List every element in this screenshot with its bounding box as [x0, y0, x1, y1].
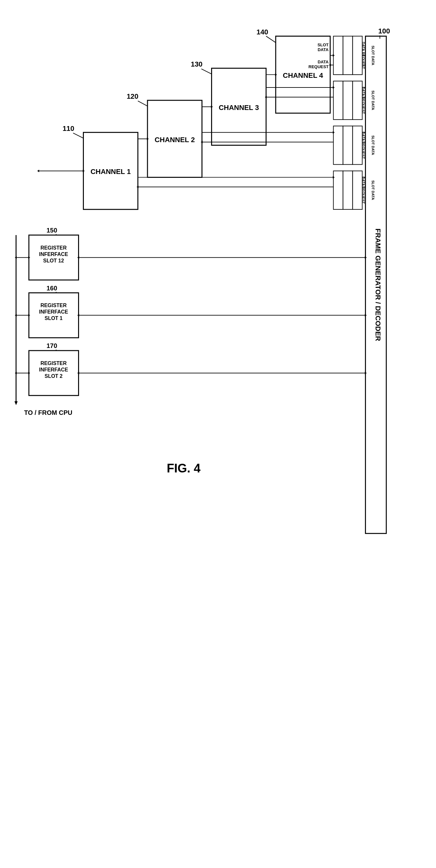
svg-marker-94 — [365, 314, 367, 316]
svg-text:FIG. 4: FIG. 4 — [167, 462, 200, 475]
svg-rect-11 — [353, 36, 362, 74]
svg-marker-14 — [333, 54, 335, 57]
svg-text:DATA REQUEST: DATA REQUEST — [362, 87, 365, 114]
svg-text:SLOT DATA: SLOT DATA — [352, 46, 356, 65]
svg-line-23 — [201, 69, 212, 74]
svg-marker-105 — [77, 372, 79, 374]
svg-rect-71 — [29, 235, 79, 280]
svg-line-40 — [138, 101, 147, 106]
svg-text:CHANNEL 4: CHANNEL 4 — [283, 71, 323, 80]
svg-marker-67 — [137, 186, 138, 188]
svg-marker-103 — [28, 372, 30, 374]
svg-rect-83 — [29, 293, 79, 338]
svg-text:150: 150 — [46, 227, 57, 234]
svg-text:140: 140 — [257, 28, 268, 36]
svg-rect-37 — [147, 100, 202, 177]
svg-text:INFERFACE: INFERFACE — [39, 251, 68, 257]
svg-text:REGISTER: REGISTER — [40, 245, 67, 250]
svg-marker-48 — [333, 131, 335, 134]
svg-text:110: 110 — [63, 124, 74, 132]
svg-text:DATA REQUEST: DATA REQUEST — [362, 177, 365, 204]
svg-marker-52 — [101, 137, 103, 140]
svg-marker-82 — [365, 256, 367, 259]
svg-marker-16 — [329, 64, 331, 66]
svg-rect-7 — [334, 36, 343, 74]
svg-text:TO / FROM CPU: TO / FROM CPU — [24, 409, 72, 416]
svg-text:REGISTER: REGISTER — [40, 361, 67, 366]
svg-text:DATA REQUEST: DATA REQUEST — [362, 131, 365, 159]
svg-rect-54 — [83, 132, 138, 209]
svg-rect-20 — [212, 68, 266, 145]
svg-marker-102 — [15, 372, 17, 374]
svg-text:SLOT DATA: SLOT DATA — [371, 135, 375, 155]
svg-marker-35 — [165, 105, 167, 108]
svg-text:DATA: DATA — [318, 47, 329, 52]
svg-marker-81 — [77, 256, 79, 259]
svg-rect-95 — [29, 350, 79, 396]
svg-marker-19 — [275, 73, 277, 76]
svg-marker-108 — [14, 401, 18, 405]
svg-text:SLOT: SLOT — [317, 42, 329, 47]
svg-rect-3 — [276, 36, 330, 113]
svg-text:100: 100 — [378, 27, 390, 35]
svg-rect-28 — [353, 81, 362, 120]
svg-text:SLOT 1: SLOT 1 — [45, 315, 63, 321]
svg-marker-90 — [15, 314, 17, 316]
svg-marker-93 — [77, 314, 79, 316]
svg-rect-60 — [343, 171, 353, 209]
svg-marker-31 — [333, 86, 335, 89]
diagram-container: FRAME GENERATOR / DECODER 100 CHANNEL 4 … — [13, 13, 423, 855]
svg-text:DATA: DATA — [318, 60, 329, 64]
svg-marker-33 — [265, 96, 267, 98]
svg-marker-18 — [229, 73, 231, 76]
svg-rect-26 — [343, 81, 353, 120]
svg-text:120: 120 — [127, 92, 138, 100]
svg-rect-62 — [353, 171, 362, 209]
svg-marker-91 — [28, 314, 30, 316]
frame-bar — [365, 36, 386, 533]
svg-text:INFERFACE: INFERFACE — [39, 367, 68, 372]
svg-text:CHANNEL 2: CHANNEL 2 — [155, 136, 195, 144]
svg-text:DATA REQUEST: DATA REQUEST — [362, 42, 365, 69]
svg-text:SLOT 2: SLOT 2 — [45, 373, 63, 379]
svg-marker-69 — [37, 169, 39, 172]
svg-marker-78 — [15, 256, 17, 259]
svg-line-6 — [266, 36, 276, 42]
svg-rect-58 — [334, 171, 343, 209]
svg-text:INFERFACE: INFERFACE — [39, 309, 68, 314]
svg-text:160: 160 — [46, 285, 57, 292]
svg-text:SLOT DATA: SLOT DATA — [371, 46, 375, 65]
svg-rect-45 — [353, 126, 362, 165]
svg-text:130: 130 — [191, 60, 203, 68]
svg-text:SLOT 12: SLOT 12 — [43, 258, 64, 264]
svg-marker-79 — [28, 256, 30, 259]
svg-text:REGISTER: REGISTER — [40, 303, 67, 308]
svg-text:SLOT DATA: SLOT DATA — [371, 180, 375, 200]
diagram-svg: FRAME GENERATOR / DECODER 100 CHANNEL 4 … — [13, 13, 423, 855]
svg-marker-36 — [211, 105, 213, 108]
svg-text:SLOT DATA: SLOT DATA — [352, 90, 356, 110]
svg-marker-50 — [201, 141, 203, 144]
svg-text:SLOT DATA: SLOT DATA — [352, 180, 356, 200]
svg-marker-106 — [365, 372, 367, 374]
svg-text:CHANNEL 1: CHANNEL 1 — [91, 167, 131, 176]
svg-text:SLOT DATA: SLOT DATA — [352, 135, 356, 155]
svg-text:SLOT DATA: SLOT DATA — [371, 90, 375, 110]
svg-marker-53 — [147, 137, 149, 140]
svg-line-57 — [73, 133, 83, 138]
svg-rect-41 — [334, 126, 343, 165]
svg-marker-70 — [82, 169, 85, 172]
svg-rect-24 — [334, 81, 343, 120]
svg-marker-65 — [333, 176, 335, 179]
svg-text:FRAME GENERATOR / DECODER: FRAME GENERATOR / DECODER — [374, 228, 382, 341]
svg-rect-43 — [343, 126, 353, 165]
svg-text:CHANNEL 3: CHANNEL 3 — [219, 103, 259, 112]
svg-text:170: 170 — [46, 342, 57, 349]
svg-rect-9 — [343, 36, 353, 74]
svg-text:REQUEST: REQUEST — [308, 64, 329, 69]
